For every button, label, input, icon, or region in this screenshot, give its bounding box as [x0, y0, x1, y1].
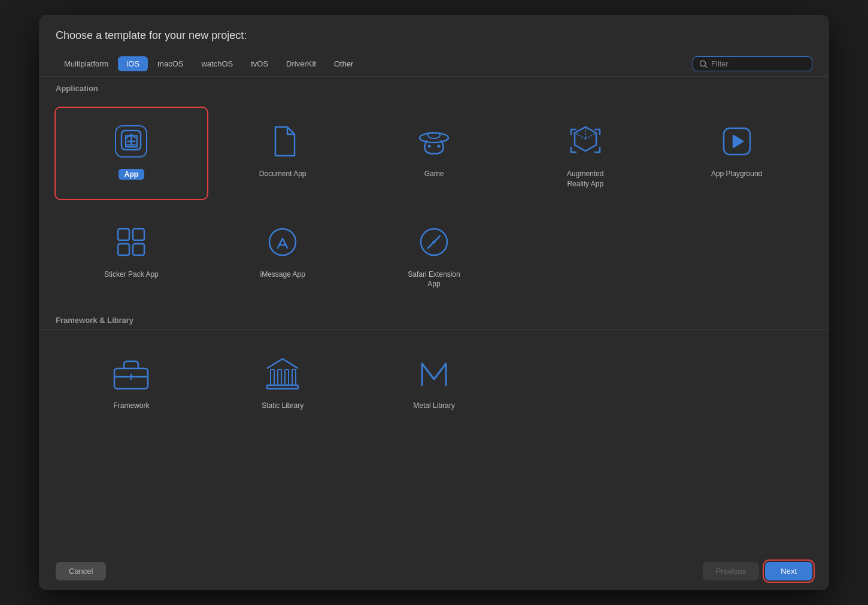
tab-items: Multiplatform iOS macOS watchOS tvOS Dri…	[56, 56, 690, 71]
static-library-icon	[261, 352, 304, 395]
template-safari-extension[interactable]: Safari ExtensionApp	[359, 208, 510, 300]
template-sticker-pack[interactable]: Sticker Pack App	[56, 208, 207, 300]
document-app-icon	[261, 120, 304, 163]
footer-right: Previous Next	[703, 562, 812, 580]
filter-icon	[699, 60, 708, 68]
augmented-reality-label: AugmentedReality App	[567, 169, 603, 189]
svg-rect-25	[285, 370, 289, 385]
filter-input[interactable]	[711, 59, 806, 68]
filter-box	[693, 56, 812, 71]
app-label: App	[119, 169, 144, 180]
dialog-header: Choose a template for your new project:	[39, 15, 829, 52]
template-static-library[interactable]: Static Library	[207, 340, 359, 421]
next-button[interactable]: Next	[765, 562, 812, 580]
dialog-footer: Cancel Previous Next	[39, 552, 829, 590]
augmented-reality-icon	[564, 120, 607, 163]
metal-library-label: Metal Library	[413, 401, 454, 411]
application-section-header: Application	[39, 77, 829, 98]
template-game[interactable]: Game	[359, 108, 510, 199]
tab-macos[interactable]: macOS	[149, 56, 192, 71]
svg-point-6	[427, 145, 430, 148]
app-playground-label: App Playground	[711, 169, 762, 179]
imessage-app-label: iMessage App	[260, 270, 305, 280]
app-playground-icon	[715, 120, 758, 163]
framework-icon	[110, 352, 153, 395]
safari-extension-label: Safari ExtensionApp	[408, 270, 460, 290]
metal-library-icon	[412, 352, 456, 395]
template-metal-library[interactable]: Metal Library	[359, 340, 510, 421]
framework-grid: Framework	[39, 330, 829, 435]
svg-point-14	[269, 229, 296, 255]
svg-point-18	[432, 240, 435, 243]
safari-extension-icon	[412, 220, 456, 264]
svg-rect-12	[118, 244, 129, 255]
tab-other[interactable]: Other	[326, 56, 362, 71]
sticker-pack-label: Sticker Pack App	[104, 270, 159, 280]
template-app[interactable]: ⊞ App	[56, 108, 207, 199]
app-icon: ⊞	[110, 120, 153, 163]
sticker-pack-icon	[110, 220, 153, 264]
dialog-title: Choose a template for your new project:	[56, 29, 247, 41]
content-area: Application ⊞ App	[39, 77, 829, 552]
template-document-app[interactable]: Document App	[207, 108, 359, 199]
application-grid-row2: Sticker Pack App iMessage App	[39, 208, 829, 309]
svg-rect-24	[278, 370, 281, 385]
framework-section-header: Framework & Library	[39, 308, 829, 330]
static-library-label: Static Library	[262, 401, 304, 411]
framework-label: Framework	[113, 401, 149, 411]
document-app-label: Document App	[259, 169, 306, 179]
tab-watchos[interactable]: watchOS	[193, 56, 241, 71]
game-label: Game	[424, 169, 444, 179]
template-imessage-app[interactable]: iMessage App	[207, 208, 359, 300]
svg-rect-23	[271, 370, 274, 385]
game-icon	[412, 120, 456, 163]
tab-tvos[interactable]: tvOS	[242, 56, 277, 71]
dialog: Choose a template for your new project: …	[39, 15, 829, 590]
svg-rect-11	[133, 229, 144, 240]
svg-rect-13	[133, 244, 144, 255]
cancel-button[interactable]: Cancel	[56, 562, 106, 580]
svg-rect-10	[118, 229, 129, 240]
template-app-playground[interactable]: App Playground	[661, 108, 812, 199]
template-augmented-reality[interactable]: AugmentedReality App	[509, 108, 661, 199]
imessage-app-icon	[261, 220, 304, 264]
tab-bar: Multiplatform iOS macOS watchOS tvOS Dri…	[39, 52, 829, 77]
tab-multiplatform[interactable]: Multiplatform	[56, 56, 117, 71]
application-grid-row1: ⊞ App Docum	[39, 98, 829, 208]
svg-line-1	[705, 65, 708, 68]
svg-point-7	[437, 145, 440, 148]
svg-rect-26	[292, 370, 296, 385]
previous-button: Previous	[703, 562, 760, 580]
tab-driverkit[interactable]: DriverKit	[278, 56, 324, 71]
tab-ios[interactable]: iOS	[118, 56, 148, 71]
template-framework[interactable]: Framework	[56, 340, 207, 421]
